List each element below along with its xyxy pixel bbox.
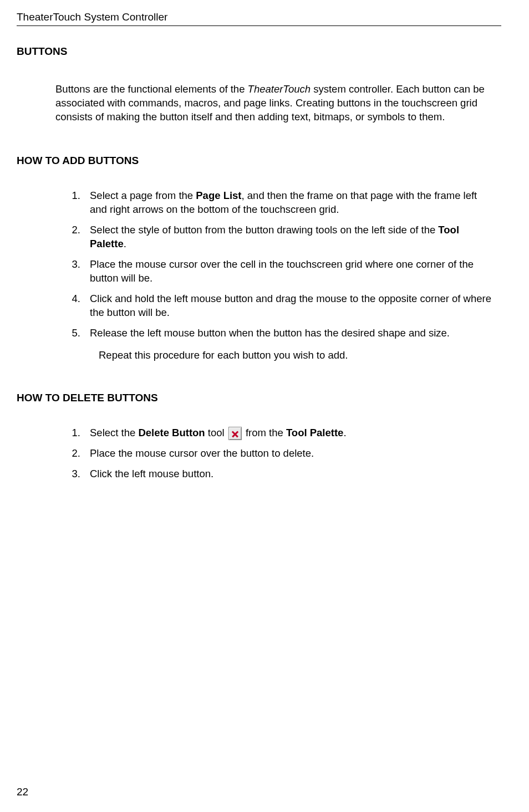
- step-text: Place the mouse cursor over the button t…: [90, 447, 314, 459]
- delete-x-icon: [228, 427, 242, 440]
- step-text: Select a page from the: [90, 190, 196, 201]
- list-item: Click the left mouse button.: [83, 467, 496, 481]
- list-item: Release the left mouse button when the b…: [83, 326, 496, 340]
- add-repeat-line: Repeat this procedure for each button yo…: [99, 349, 496, 361]
- list-item: Place the mouse cursor over the cell in …: [83, 258, 496, 285]
- list-item: Select the style of button from the butt…: [83, 223, 496, 251]
- step-text: Click the left mouse button.: [90, 468, 213, 479]
- step-text: Release the left mouse button when the b…: [90, 327, 450, 339]
- step-text: Click and hold the left mouse button and…: [90, 293, 491, 318]
- section-add-heading: HOW TO ADD BUTTONS: [17, 155, 501, 167]
- step-bold: Page List: [196, 190, 241, 201]
- step-bold: Delete Button: [138, 427, 205, 438]
- list-item: Select the Delete Button tool from the T…: [83, 426, 496, 440]
- list-item: Select a page from the Page List, and th…: [83, 189, 496, 217]
- step-text: Place the mouse cursor over the cell in …: [90, 258, 474, 284]
- buttons-intro: Buttons are the functional elements of t…: [55, 83, 496, 124]
- intro-pre: Buttons are the functional elements of t…: [55, 83, 248, 95]
- step-text: Select the: [90, 427, 138, 438]
- header-title: TheaterTouch System Controller: [17, 11, 501, 26]
- step-text: tool: [205, 427, 227, 438]
- page-number: 22: [17, 786, 28, 798]
- step-bold: Tool Palette: [286, 427, 343, 438]
- section-delete-heading: HOW TO DELETE BUTTONS: [17, 392, 501, 404]
- step-text: .: [343, 427, 346, 438]
- step-text: Select the style of button from the butt…: [90, 224, 438, 236]
- step-text: from the: [243, 427, 286, 438]
- add-steps-list: Select a page from the Page List, and th…: [83, 189, 501, 340]
- list-item: Click and hold the left mouse button and…: [83, 292, 496, 320]
- intro-italic: TheaterTouch: [248, 83, 311, 95]
- list-item: Place the mouse cursor over the button t…: [83, 447, 496, 461]
- step-text: .: [124, 238, 126, 249]
- delete-steps-list: Select the Delete Button tool from the T…: [83, 426, 501, 481]
- section-buttons-heading: BUTTONS: [17, 45, 501, 58]
